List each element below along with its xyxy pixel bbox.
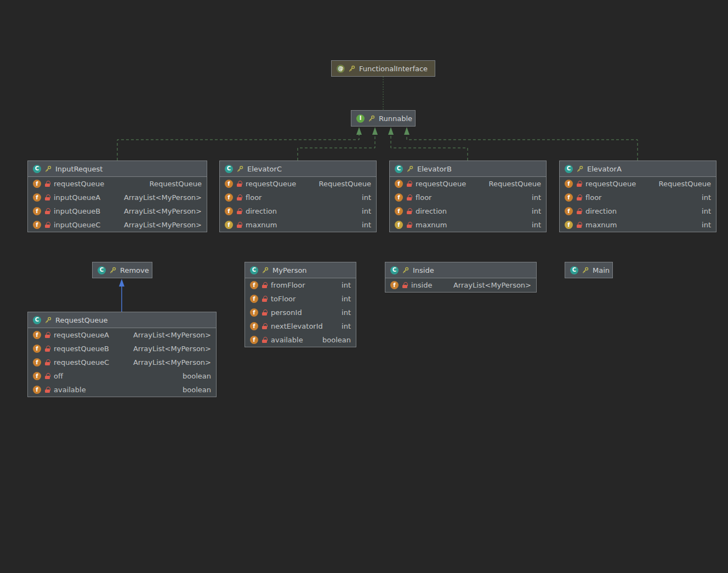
implements-edge-elevatorb (391, 135, 468, 161)
node-header[interactable]: @ FunctionalInterface (332, 61, 435, 76)
node-header[interactable]: C MyPerson (245, 262, 356, 278)
node-header[interactable]: C ElevatorB (390, 161, 546, 177)
field-row[interactable]: f nextElevatorId int (245, 319, 356, 333)
field-name: floor (585, 193, 601, 202)
field-type: ArrayList<MyPerson> (133, 345, 211, 353)
node-title: Inside (413, 266, 434, 274)
field-name: nextElevatorId (271, 322, 323, 330)
field-type: int (532, 207, 541, 215)
field-row[interactable]: f requestQueueC ArrayList<MyPerson> (28, 356, 216, 369)
node-elevatora[interactable]: C ElevatorA f requestQueue RequestQueue … (559, 161, 716, 232)
field-type: boolean (183, 372, 211, 380)
field-type: RequestQueue (488, 180, 541, 188)
lock-icon (407, 194, 412, 201)
field-type: RequestQueue (318, 180, 371, 188)
field-row[interactable]: f requestQueue RequestQueue (390, 177, 546, 191)
field-icon: f (225, 207, 233, 215)
node-main[interactable]: C Main (565, 262, 613, 278)
field-icon: f (395, 207, 403, 215)
diagram-canvas[interactable]: @ FunctionalInterface I Runnable C Input… (0, 0, 728, 573)
field-row[interactable]: f inputQueueC ArrayList<MyPerson> (28, 218, 207, 232)
node-header[interactable]: C Main (565, 262, 612, 278)
field-row[interactable]: f maxnum int (390, 218, 546, 232)
field-icon: f (565, 207, 573, 215)
field-row[interactable]: f off boolean (28, 369, 216, 383)
field-name: floor (246, 193, 261, 202)
field-row[interactable]: f requestQueue RequestQueue (220, 177, 376, 191)
field-row[interactable]: f direction int (220, 204, 376, 218)
lock-icon (45, 373, 50, 380)
node-header[interactable]: C InputRequest (28, 161, 207, 177)
node-title: ElevatorA (587, 165, 622, 173)
key-icon (45, 165, 52, 172)
lock-icon (407, 181, 412, 187)
field-row[interactable]: f floor int (220, 191, 376, 204)
field-row[interactable]: f floor int (390, 191, 546, 204)
extends-arrowhead (119, 279, 124, 286)
field-type: ArrayList<MyPerson> (124, 221, 202, 229)
field-name: maxnum (246, 221, 277, 229)
key-icon (237, 165, 243, 172)
field-row[interactable]: f available boolean (245, 333, 356, 347)
node-header[interactable]: C ElevatorC (220, 161, 376, 177)
field-icon: f (33, 372, 41, 380)
field-type: ArrayList<MyPerson> (133, 358, 211, 366)
field-icon: f (33, 180, 41, 188)
field-name: direction (585, 207, 617, 215)
field-row[interactable]: f direction int (560, 204, 716, 218)
field-row[interactable]: f direction int (390, 204, 546, 218)
node-inputrequest[interactable]: C InputRequest f requestQueue RequestQue… (27, 161, 207, 232)
node-requestqueue[interactable]: C RequestQueue f requestQueueA ArrayList… (27, 312, 217, 397)
class-icon: C (390, 266, 399, 274)
implements-edge-inputrequest (117, 135, 359, 161)
field-row[interactable]: f requestQueue RequestQueue (560, 177, 716, 191)
field-row[interactable]: f requestQueue RequestQueue (28, 177, 207, 191)
node-inside[interactable]: C Inside f inside ArrayList<MyPerson> (385, 262, 537, 293)
field-icon: f (565, 193, 573, 202)
field-name: direction (246, 207, 277, 215)
lock-icon (45, 359, 50, 366)
lock-icon (577, 222, 582, 228)
node-header[interactable]: I Runnable (351, 111, 415, 126)
node-elevatorc[interactable]: C ElevatorC f requestQueue RequestQueue … (219, 161, 377, 232)
node-header[interactable]: C RequestQueue (28, 312, 216, 328)
node-runnable[interactable]: I Runnable (351, 110, 416, 127)
node-remove[interactable]: C Remove (92, 262, 152, 278)
lock-icon (577, 194, 582, 201)
field-icon: f (250, 322, 258, 330)
edges-layer (0, 0, 728, 573)
field-row[interactable]: f maxnum int (220, 218, 376, 232)
lock-icon (577, 208, 582, 215)
lock-icon (45, 181, 50, 187)
field-row[interactable]: f requestQueueB ArrayList<MyPerson> (28, 342, 216, 356)
field-name: requestQueue (246, 180, 296, 188)
lock-icon (262, 310, 267, 316)
field-row[interactable]: f personId int (245, 306, 356, 319)
node-title: ElevatorC (247, 165, 282, 173)
field-row[interactable]: f maxnum int (560, 218, 716, 232)
field-row[interactable]: f inputQueueB ArrayList<MyPerson> (28, 204, 207, 218)
field-name: requestQueueB (54, 345, 109, 353)
node-header[interactable]: C Inside (385, 262, 536, 278)
lock-icon (262, 323, 267, 330)
field-row[interactable]: f inside ArrayList<MyPerson> (385, 278, 536, 292)
field-row[interactable]: f toFloor int (245, 292, 356, 306)
field-icon: f (33, 358, 41, 366)
field-row[interactable]: f requestQueueA ArrayList<MyPerson> (28, 328, 216, 342)
field-row[interactable]: f inputQueueA ArrayList<MyPerson> (28, 191, 207, 204)
field-row[interactable]: f fromFloor int (245, 278, 356, 292)
field-name: requestQueue (585, 180, 636, 188)
static-field-icon: f (225, 221, 233, 229)
node-header[interactable]: C Remove (93, 262, 152, 278)
field-type: boolean (183, 386, 211, 394)
class-icon: C (225, 165, 233, 173)
field-type: int (362, 221, 371, 229)
field-row[interactable]: f floor int (560, 191, 716, 204)
key-icon (262, 267, 269, 273)
node-functionalinterface[interactable]: @ FunctionalInterface (331, 60, 435, 77)
field-icon: f (33, 386, 41, 394)
node-header[interactable]: C ElevatorA (560, 161, 716, 177)
node-myperson[interactable]: C MyPerson f fromFloor int f toFloor int… (244, 262, 356, 347)
node-elevatorb[interactable]: C ElevatorB f requestQueue RequestQueue … (389, 161, 547, 232)
field-row[interactable]: f available boolean (28, 383, 216, 397)
